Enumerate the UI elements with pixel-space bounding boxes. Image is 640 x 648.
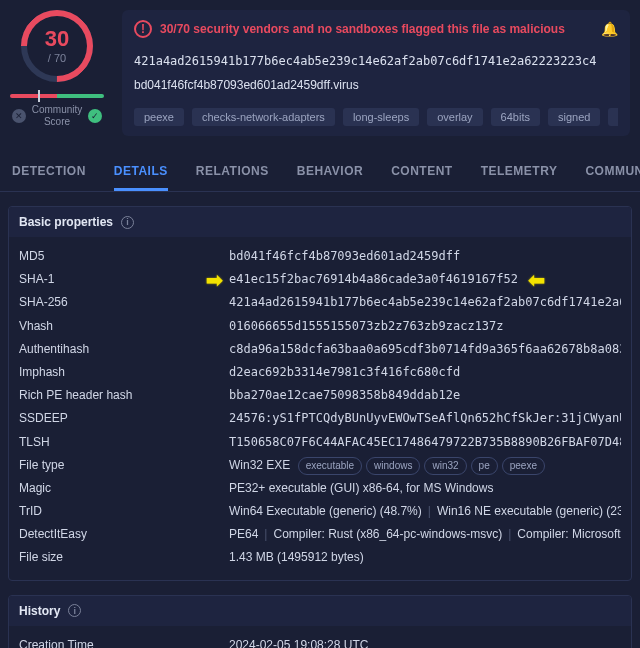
- filename-display: bd041f46fcf4b87093ed601ad2459dff.virus: [134, 78, 618, 92]
- row-sha256: SHA-256421a4ad2615941b177b6ec4ab5e239c14…: [9, 291, 631, 314]
- row-authentihash: Authentihashc8da96a158dcfa63baa0a695cdf3…: [9, 338, 631, 361]
- score-meter: [10, 94, 104, 98]
- score-denominator: / 70: [45, 52, 69, 64]
- row-imphash: Imphashd2eac692b3314e7981c3f416fc680cfd: [9, 361, 631, 384]
- tab-behavior[interactable]: BEHAVIOR: [297, 152, 363, 191]
- row-trid: TrID Win64 Executable (generic) (48.7%)|…: [9, 500, 631, 523]
- flag-summary-text: 30/70 security vendors and no sandboxes …: [160, 22, 565, 36]
- tab-details[interactable]: DETAILS: [114, 152, 168, 191]
- tag-signed[interactable]: signed: [548, 108, 600, 126]
- section-basic-properties: Basic properties i MD5bd041f46fcf4b87093…: [8, 206, 632, 581]
- highlight-arrow-left-icon: ➡: [528, 274, 545, 286]
- community-score-label: Community Score: [32, 104, 83, 128]
- alert-icon: !: [134, 20, 152, 38]
- tab-bar: DETECTIONDETAILSRELATIONSBEHAVIORCONTENT…: [0, 152, 640, 192]
- filetype-pill-executable[interactable]: executable: [298, 457, 362, 475]
- row-detectiteasy: DetectItEasy PE64|Compiler: Rust (x86_64…: [9, 523, 631, 546]
- section-header-basic[interactable]: Basic properties i: [9, 207, 631, 237]
- sha256-display: 421a4ad2615941b177b6ec4ab5e239c14e62af2a…: [134, 54, 618, 68]
- tab-content[interactable]: CONTENT: [391, 152, 453, 191]
- tag-long-sleeps[interactable]: long-sleeps: [343, 108, 419, 126]
- info-icon[interactable]: i: [68, 604, 81, 617]
- highlight-arrow-right-icon: ➡: [206, 274, 223, 286]
- tag-persistence[interactable]: persistence: [608, 108, 618, 126]
- filetype-pill-pe[interactable]: pe: [471, 457, 498, 475]
- row-md5: MD5bd041f46fcf4b87093ed601ad2459dff: [9, 245, 631, 268]
- tab-detection[interactable]: DETECTION: [12, 152, 86, 191]
- tab-community[interactable]: COMMUNITY: [585, 152, 640, 191]
- info-icon[interactable]: i: [121, 216, 134, 229]
- header-main-panel: ! 30/70 security vendors and no sandboxe…: [122, 10, 630, 136]
- row-vhash: Vhash016066655d1555155073zb2z763zb9zacz1…: [9, 315, 631, 338]
- row-magic: MagicPE32+ executable (GUI) x86-64, for …: [9, 477, 631, 500]
- tag-overlay[interactable]: overlay: [427, 108, 482, 126]
- tag-peexe[interactable]: peexe: [134, 108, 184, 126]
- tag-checks-network-adapters[interactable]: checks-network-adapters: [192, 108, 335, 126]
- tag-row: peexechecks-network-adapterslong-sleepso…: [134, 108, 618, 126]
- detection-score-ring: 30 / 70: [21, 10, 93, 82]
- check-icon[interactable]: ✓: [88, 109, 102, 123]
- close-icon[interactable]: ✕: [12, 109, 26, 123]
- row-sha1: SHA-1 ➡ e41ec15f2bac76914b4a86cade3a0f46…: [9, 268, 631, 291]
- filetype-pill-win32[interactable]: win32: [424, 457, 466, 475]
- filetype-pill-peexe[interactable]: peexe: [502, 457, 545, 475]
- section-title: History: [19, 604, 60, 618]
- tab-relations[interactable]: RELATIONS: [196, 152, 269, 191]
- row-ssdeep: SSDEEP24576:yS1fPTCQdyBUnUyvEWOwTSeAflQn…: [9, 407, 631, 430]
- row-tlsh: TLSHT150658C07F6C44AFAC45EC17486479722B7…: [9, 431, 631, 454]
- tab-telemetry[interactable]: TELEMETRY: [481, 152, 558, 191]
- section-header-history[interactable]: History i: [9, 596, 631, 626]
- tag-64bits[interactable]: 64bits: [491, 108, 540, 126]
- bell-icon[interactable]: 🔔: [601, 21, 618, 37]
- row-creation-time: Creation Time2024-02-05 19:08:28 UTC: [9, 634, 631, 648]
- row-richpe: Rich PE header hashbba270ae12cae75098358…: [9, 384, 631, 407]
- row-filetype: File type Win32 EXE executablewindowswin…: [9, 454, 631, 477]
- score-value: 30: [45, 28, 69, 50]
- section-title: Basic properties: [19, 215, 113, 229]
- file-summary-header: 30 / 70 ✕ Community Score ✓ ! 30/70 secu…: [0, 0, 640, 150]
- filetype-pill-windows[interactable]: windows: [366, 457, 420, 475]
- score-column: 30 / 70 ✕ Community Score ✓: [10, 10, 104, 136]
- section-history: History i Creation Time2024-02-05 19:08:…: [8, 595, 632, 648]
- row-filesize: File size1.43 MB (1495912 bytes): [9, 546, 631, 569]
